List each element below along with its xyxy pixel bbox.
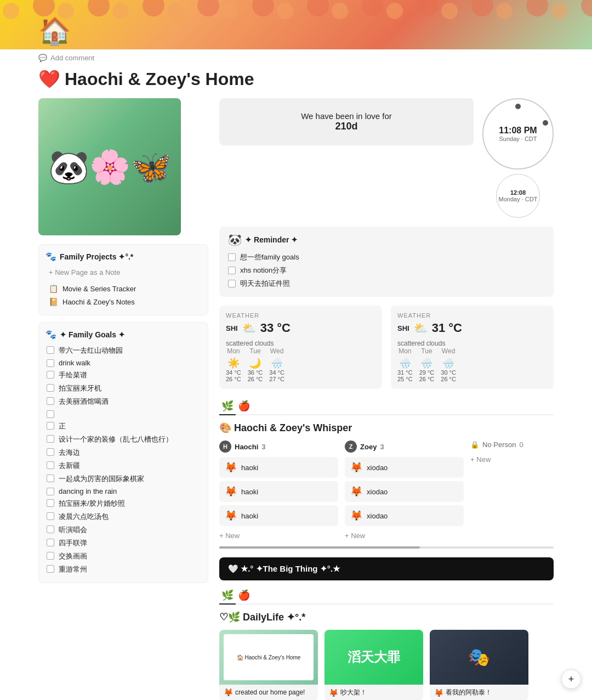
forecast-right-2: Wed🌧️30 °C26 °C [441, 347, 456, 382]
zoey-cards: 🦊xiodao🦊xiodao🦊xiodao [345, 457, 464, 526]
goal-item-13: 凌晨六点吃汤包 [45, 510, 201, 523]
love-counter: We have been in love for 210d [219, 98, 474, 145]
project-item-movie[interactable]: 📋 Movie & Series Tracker [45, 282, 201, 295]
clock-dot-right [543, 120, 548, 126]
goal-checkbox-4[interactable] [47, 397, 54, 405]
haochi-add-button[interactable]: + New [219, 529, 338, 542]
goal-checkbox-13[interactable] [47, 512, 54, 520]
reminder-text-2: 明天去拍证件照 [240, 279, 290, 289]
weather-icon-left: ⛅ [242, 321, 256, 335]
goal-checkbox-11[interactable] [47, 488, 54, 495]
zoey-add-button[interactable]: + New [345, 529, 464, 542]
weather-temp-right: 31 °C [432, 321, 462, 335]
weather-main-left: SHI ⛅ 33 °C [226, 321, 375, 335]
weather-desc-right: scattered clouds [397, 340, 547, 347]
goal-text-2: 手绘菜谱 [59, 370, 87, 380]
big-thing-banner[interactable]: 🤍 ★.° ✦The Big Thing ✦°.★ [219, 557, 554, 580]
daily-tab-2[interactable]: 🍎 [236, 587, 252, 603]
goal-text-8: 去海边 [59, 448, 80, 458]
tab-heart[interactable]: 🌿 [219, 398, 236, 415]
family-goals-header: 🐾 ✦ Family Goals ✦ [45, 329, 201, 340]
goal-item-9: 去新疆 [45, 459, 201, 472]
add-comment-label[interactable]: Add comment [50, 54, 94, 62]
zoey-letter: Z [345, 441, 357, 453]
goal-checkbox-12[interactable] [47, 499, 54, 507]
goal-item-10: 一起成为厉害的国际象棋家 [45, 472, 201, 486]
card-label-2: 吵大架！ [340, 688, 367, 697]
forecast-left-2: Wed🌧️34 °C27 °C [269, 347, 284, 382]
zoey-card-label-2: xiodao [367, 512, 388, 520]
daily-card-home[interactable]: 🏠 Haochi & Zoey's Home 🦊 created our hom… [219, 630, 318, 700]
projects-icon: 🐾 [45, 251, 56, 262]
zoey-card-0[interactable]: 🦊xiodao [345, 457, 464, 478]
goal-checkbox-0[interactable] [47, 346, 54, 354]
weather-card-left: WEATHER SHI ⛅ 33 °C scattered clouds Mon… [219, 306, 382, 389]
whisper-col-haochi: H Haochi 3 🦊haoki🦊haoki🦊haoki + New [219, 441, 338, 542]
zoey-card-1[interactable]: 🦊xiodao [345, 481, 464, 502]
zoey-card-2[interactable]: 🦊xiodao [345, 505, 464, 526]
card-label-3: 看我的阿勒泰！ [446, 688, 492, 697]
goal-checkbox-1[interactable] [47, 359, 54, 367]
goal-text-16: 交换画画 [59, 551, 87, 561]
goals-icon: 🐾 [45, 329, 56, 340]
zoey-card-avatar-2: 🦊 [350, 510, 362, 522]
new-page-button[interactable]: + New Page as a Note [45, 266, 201, 279]
clock-time: 11:08 PM [499, 126, 537, 136]
goal-item-8: 去海边 [45, 446, 201, 459]
daily-life-grid: 🏠 Haochi & Zoey's Home 🦊 created our hom… [219, 630, 554, 700]
goal-text-9: 去新疆 [59, 461, 80, 471]
goal-item-7: 设计一个家的装修（乱七八槽也行） [45, 433, 201, 446]
zoey-card-label-0: xiodao [367, 464, 388, 472]
weather-card-right: WEATHER SHI ⛅ 31 °C scattered clouds Mon… [391, 306, 554, 389]
goal-checkbox-10[interactable] [47, 475, 54, 482]
goal-checkbox-14[interactable] [47, 526, 54, 533]
tab-apple[interactable]: 🍎 [236, 398, 252, 414]
daily-card-dark[interactable]: 🎭 🦊 看我的阿勒泰！ [430, 630, 528, 700]
project-notes-label: Haochi & Zoey's Notes [62, 298, 135, 306]
daily-life-title: ♡🌿 DailyLife ✦°.* [219, 611, 554, 623]
haochi-card-0[interactable]: 🦊haoki [219, 457, 338, 478]
reminder-section: 🐼 ✦ Reminder ✦ 想一些family goalsxhs notion… [219, 227, 554, 297]
family-projects-section: 🐾 Family Projects ✦°.* + New Page as a N… [38, 244, 208, 315]
goal-checkbox-9[interactable] [47, 461, 54, 469]
clock-dot-top [515, 104, 521, 109]
goal-checkbox-8[interactable] [47, 448, 54, 456]
goal-checkbox-3[interactable] [47, 384, 54, 392]
daily-life-section: ♡🌿 DailyLife ✦°.* 🏠 Haochi & Zoey's Home… [219, 611, 554, 700]
no-person-add-button[interactable]: + New [470, 453, 554, 466]
crime-text: 滔天大罪 [348, 648, 400, 666]
goal-checkbox-2[interactable] [47, 371, 54, 379]
reminder-checkbox-1[interactable] [228, 267, 236, 274]
love-label: We have been in love for [241, 111, 452, 121]
goal-checkbox-6[interactable] [47, 422, 54, 430]
reminder-text-1: xhs notion分享 [240, 266, 287, 275]
haochi-card-label-0: haoki [241, 464, 258, 472]
forecast-left-0: Mon☀️34 °C26 °C [226, 347, 241, 382]
reminder-checkbox-0[interactable] [228, 253, 236, 261]
daily-card-dark-label: 🦊 看我的阿勒泰！ [430, 685, 528, 700]
goal-checkbox-7[interactable] [47, 435, 54, 443]
goal-text-0: 带六一去红山动物园 [59, 346, 123, 355]
haochi-card-2[interactable]: 🦊haoki [219, 505, 338, 526]
goal-checkbox-17[interactable] [47, 565, 54, 573]
haochi-cards: 🦊haoki🦊haoki🦊haoki [219, 457, 338, 526]
daily-card-crime[interactable]: 滔天大罪 🦊 吵大架！ [325, 630, 423, 700]
reminder-item-2: 明天去拍证件照 [228, 277, 545, 290]
goal-text-17: 重游常州 [59, 564, 87, 574]
goal-checkbox-5[interactable] [47, 410, 54, 418]
project-item-notes[interactable]: 📔 Haochi & Zoey's Notes [45, 295, 201, 308]
plus-button[interactable]: + [561, 669, 581, 689]
goal-item-11: dancing in the rain [45, 486, 201, 497]
zoey-name: Zoey [360, 443, 377, 451]
reminder-checkbox-2[interactable] [228, 280, 236, 287]
whisper-title: 🎨 Haochi & Zoey's Whisper [219, 422, 554, 434]
daily-tab-1[interactable]: 🌿 [219, 587, 236, 605]
new-page-label: + New Page as a Note [49, 268, 120, 276]
haochi-count: 3 [261, 443, 265, 451]
left-column: 🐼🌸🦋 🐾 Family Projects ✦°.* + New Page as… [38, 98, 219, 700]
goal-checkbox-16[interactable] [47, 552, 54, 560]
goal-checkbox-15[interactable] [47, 539, 54, 546]
haochi-card-1[interactable]: 🦊haoki [219, 481, 338, 502]
forecast-right-1: Tue🌧️29 °C26 °C [419, 347, 435, 382]
lock-icon: 🔒 [470, 441, 479, 449]
